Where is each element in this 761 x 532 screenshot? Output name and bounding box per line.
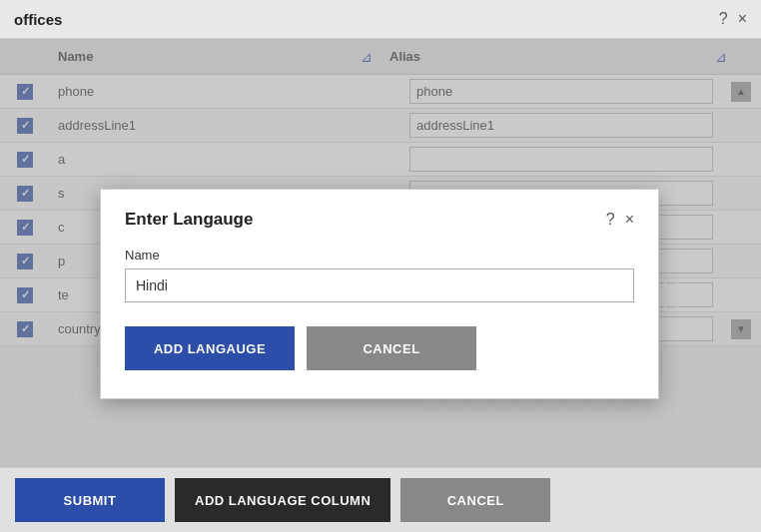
- main-window: offices ? × Name ⊿ Alias ⊿ phone: [0, 0, 761, 532]
- submit-button[interactable]: SUBMIT: [15, 478, 165, 522]
- window-title: offices: [14, 11, 62, 28]
- modal-help-icon[interactable]: ?: [606, 211, 615, 229]
- bottom-action-bar: SUBMIT ADD LANGUAGE COLUMN CANCEL: [0, 467, 761, 532]
- language-name-input[interactable]: [125, 268, 634, 302]
- cancel-main-button[interactable]: CANCEL: [400, 478, 550, 522]
- content-area: Name ⊿ Alias ⊿ phone ▲: [0, 39, 761, 467]
- add-language-button[interactable]: ADD LANGAUGE: [125, 326, 295, 370]
- help-icon[interactable]: ?: [719, 10, 728, 28]
- modal-buttons: ADD LANGAUGE CANCEL: [125, 326, 634, 370]
- modal-close-icon[interactable]: ×: [625, 211, 634, 229]
- name-label: Name: [125, 248, 634, 263]
- modal-title-bar: Enter Langauge ? ×: [125, 210, 634, 230]
- modal-title: Enter Langauge: [125, 210, 253, 230]
- modal-actions: ? ×: [606, 211, 634, 229]
- enter-language-modal: Enter Langauge ? × Name ADD LANGAUGE CAN…: [100, 189, 659, 399]
- add-language-column-button[interactable]: ADD LANGUAGE COLUMN: [175, 478, 390, 522]
- title-bar-actions: ? ×: [719, 10, 747, 28]
- cancel-modal-button[interactable]: CANCEL: [307, 326, 476, 370]
- close-icon[interactable]: ×: [738, 10, 747, 28]
- title-bar: offices ? ×: [0, 0, 761, 39]
